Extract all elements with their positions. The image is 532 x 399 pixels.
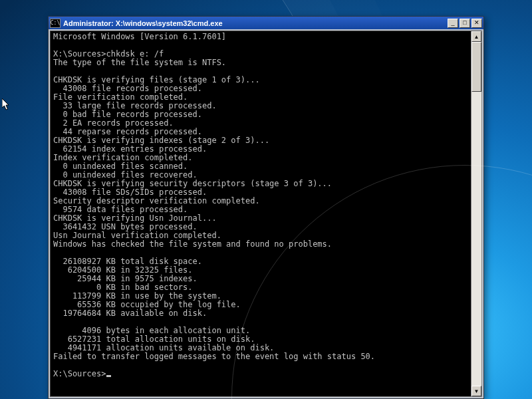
console-line: CHKDSK is verifying Usn Journal... — [53, 213, 217, 223]
client-area: Microsoft Windows [Version 6.1.7601] X:\… — [50, 31, 482, 397]
console-line: 0 unindexed files recovered. — [53, 170, 198, 180]
console-line: CHKDSK is verifying security descriptors… — [53, 179, 332, 188]
console-line: X:\Sources>chkdsk e: /f — [53, 49, 164, 59]
vertical-scrollbar[interactable]: ▲ ▼ — [471, 31, 481, 396]
console-line: 2 EA records processed. — [53, 118, 174, 128]
console-line: The type of the file system is NTFS. — [53, 58, 226, 67]
console-line: 9574 data files processed. — [53, 205, 188, 214]
console-line: CHKDSK is verifying indexes (stage 2 of … — [53, 136, 269, 145]
console-line: 33 large file records processed. — [53, 101, 217, 110]
console-line: 0 unindexed files scanned. — [53, 162, 188, 171]
console-line: 3641432 USN bytes processed. — [53, 222, 198, 231]
console-line: Index verification completed. — [53, 153, 193, 162]
console-line: 62154 index entries processed. — [53, 144, 207, 154]
maximize-button[interactable]: □ — [460, 19, 470, 28]
title-prefix: Administrator: — [63, 19, 116, 27]
minimize-button[interactable]: _ — [448, 19, 458, 28]
console-line: 6204500 KB in 32325 files. — [53, 265, 193, 275]
close-button[interactable]: ✕ — [471, 19, 482, 28]
console-output[interactable]: Microsoft Windows [Version 6.1.7601] X:\… — [51, 31, 471, 396]
console-line: 0 bad file records processed. — [53, 110, 202, 119]
console-line: 43008 file SDs/SIDs processed. — [53, 188, 207, 197]
cursor-caret — [106, 375, 111, 377]
console-line: File verification completed. — [53, 92, 188, 102]
console-line: 25944 KB in 9575 indexes. — [53, 274, 198, 283]
console-line: Failed to transfer logged messages to th… — [53, 352, 375, 361]
scroll-thumb[interactable] — [471, 42, 481, 92]
console-line: 4941171 allocation units available on di… — [53, 343, 274, 352]
title-path: X:\windows\system32\cmd.exe — [116, 19, 223, 27]
console-line: 113799 KB in use by the system. — [53, 291, 221, 301]
console-prompt: X:\Sources> — [53, 369, 106, 378]
console-line: CHKDSK is verifying files (stage 1 of 3)… — [53, 75, 260, 84]
console-line: 19764684 KB available on disk. — [53, 309, 207, 318]
scroll-down-button[interactable]: ▼ — [471, 386, 481, 396]
console-line: 26108927 KB total disk space. — [53, 257, 202, 266]
window-title: Administrator: X:\windows\system32\cmd.e… — [63, 19, 223, 27]
console-line: 44 reparse records processed. — [53, 127, 202, 136]
scroll-track[interactable] — [471, 42, 481, 386]
console-line: 65536 KB occupied by the log file. — [53, 300, 241, 309]
console-line: Security descriptor verification complet… — [53, 196, 260, 205]
console-line: Usn Journal verification completed. — [53, 231, 221, 240]
console-line: 43008 file records processed. — [53, 84, 202, 93]
console-line: 0 KB in bad sectors. — [53, 283, 193, 292]
console-line: 4096 bytes in each allocation unit. — [53, 326, 250, 335]
titlebar[interactable]: C:\ Administrator: X:\windows\system32\c… — [49, 17, 483, 29]
console-line: Microsoft Windows [Version 6.1.7601] — [53, 32, 226, 41]
cmd-icon: C:\ — [50, 19, 61, 28]
scroll-up-button[interactable]: ▲ — [471, 31, 481, 42]
console-line: 6527231 total allocation units on disk. — [53, 334, 255, 344]
cmd-window: C:\ Administrator: X:\windows\system32\c… — [48, 16, 484, 399]
console-line: Windows has checked the file system and … — [53, 239, 332, 249]
